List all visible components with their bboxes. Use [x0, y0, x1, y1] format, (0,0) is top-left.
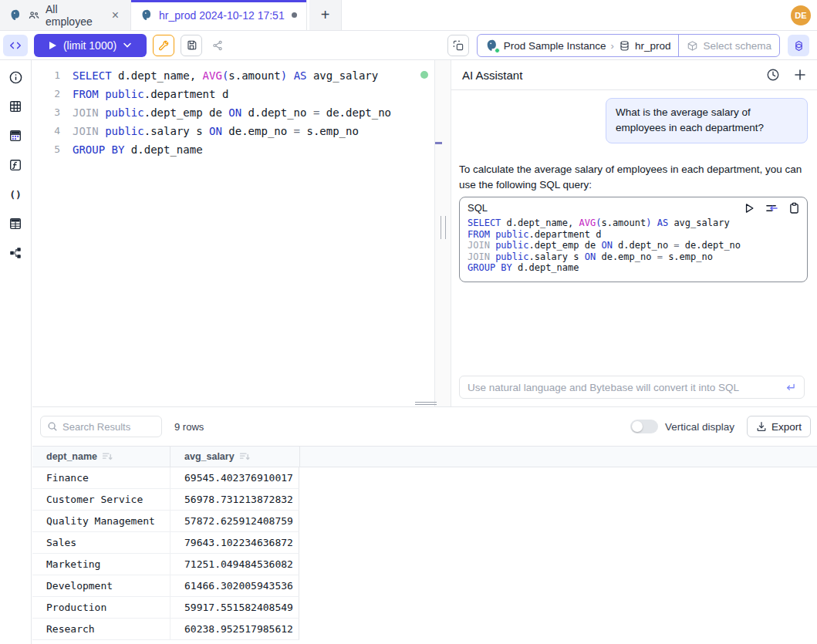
tab-all-employee[interactable]: All employee ×: [0, 0, 131, 30]
ai-assistant-toggle-button[interactable]: [788, 35, 809, 56]
cell-avg-salary: 71251.049484536082: [170, 554, 299, 575]
sql-card-header: SQL: [468, 202, 799, 214]
table-row[interactable]: Finance 69545.402376910017: [32, 467, 817, 489]
tab-hr-prod[interactable]: hr_prod 2024-10-12 17:51: [131, 0, 307, 30]
table-row[interactable]: Sales 79643.102234636872: [32, 532, 817, 554]
cell-dept-name: Quality Management: [32, 511, 170, 532]
table-row[interactable]: Customer Service 56978.731213872832: [32, 489, 817, 511]
cell-dept-name: Marketing: [32, 554, 170, 575]
database-icon: [619, 40, 630, 52]
export-button-label: Export: [771, 421, 802, 433]
download-icon: [756, 421, 767, 432]
scrollbar-cursor-marker: [435, 142, 442, 144]
play-icon: [49, 42, 56, 49]
sidebar-item-tables[interactable]: [5, 96, 26, 117]
chevron-down-icon: [123, 42, 131, 48]
left-sidebar: (): [0, 60, 32, 644]
run-button-label: (limit 1000): [63, 39, 116, 52]
unsaved-indicator-dot: [292, 12, 297, 18]
line-number: 3: [32, 103, 60, 122]
tab-label: hr_prod 2024-10-12 17:51: [159, 9, 285, 22]
admin-wrench-button[interactable]: [153, 35, 174, 56]
sidebar-item-schema-diagram[interactable]: [5, 242, 26, 264]
user-avatar[interactable]: DE: [791, 5, 811, 25]
save-button[interactable]: [181, 35, 202, 56]
search-icon: [47, 421, 58, 432]
assistant-intro-text: To calculate the average salary of emplo…: [459, 162, 808, 194]
sidebar-item-functions[interactable]: [5, 154, 26, 176]
user-message-bubble: What is the average salary of employees …: [606, 98, 808, 143]
code-panel-button[interactable]: [3, 35, 28, 56]
sidebar-item-info[interactable]: [5, 66, 26, 88]
ai-prompt-bar: [459, 376, 805, 399]
line-number: 4: [32, 122, 60, 140]
database-name: hr_prod: [635, 40, 671, 52]
vertical-display-toggle[interactable]: [630, 420, 658, 433]
table-row[interactable]: Research 60238.952517985612: [32, 619, 817, 640]
cell-dept-name: Finance: [32, 467, 170, 489]
table-data-icon: [8, 129, 22, 143]
insert-code-button[interactable]: [765, 203, 778, 214]
sidebar-item-views[interactable]: [5, 213, 26, 234]
share-button[interactable]: [207, 35, 228, 56]
clock-icon: [766, 68, 780, 82]
copy-code-button[interactable]: [789, 202, 799, 214]
sort-icon: [239, 452, 250, 461]
cell-dept-name: Research: [32, 619, 170, 640]
history-button[interactable]: [766, 68, 780, 82]
batch-query-icon: [452, 39, 464, 52]
column-header-filler: [299, 447, 817, 467]
insert-lines-icon: [765, 203, 778, 214]
connection-instance-selector[interactable]: Prod Sample Instance › hr_prod: [478, 35, 679, 56]
line-number: 5: [32, 140, 60, 159]
table-row[interactable]: Production 59917.551582408549: [32, 597, 817, 619]
table-row[interactable]: Quality Management 57872.625912408759: [32, 511, 817, 532]
sql-editor[interactable]: 1 2 3 4 5 SELECT d.dept_name, AVG(s.amou…: [32, 60, 434, 406]
drag-handle-icon[interactable]: [441, 216, 446, 239]
tab-bar: All employee × hr_prod 2024-10-12 17:51 …: [0, 0, 817, 31]
batch-mode-button[interactable]: [447, 35, 469, 56]
submit-prompt-button[interactable]: [784, 383, 796, 393]
cell-avg-salary: 61466.302005943536: [170, 575, 299, 597]
export-button[interactable]: Export: [747, 416, 811, 437]
sidebar-item-procedures[interactable]: (): [5, 184, 26, 205]
table-row[interactable]: Development 61466.302005943536: [32, 575, 817, 597]
search-results-input[interactable]: [62, 421, 155, 433]
column-header-avg-salary[interactable]: avg_salary: [170, 447, 299, 467]
ai-assistant-header: AI Assistant: [451, 60, 817, 90]
share-icon: [211, 39, 224, 52]
editor-body: 1 2 3 4 5 SELECT d.dept_name, AVG(s.amou…: [32, 66, 434, 159]
toolbar-right-group: Prod Sample Instance › hr_prod Select sc…: [447, 34, 809, 57]
postgres-icon: [140, 8, 154, 22]
close-icon[interactable]: ×: [110, 8, 121, 23]
new-chat-button[interactable]: [794, 69, 806, 81]
line-number-gutter: 1 2 3 4 5: [32, 66, 60, 159]
new-tab-button[interactable]: +: [309, 0, 342, 30]
editor-code[interactable]: SELECT d.dept_name, AVG(s.amount) AS avg…: [73, 66, 391, 159]
sidebar-item-table-data[interactable]: [5, 125, 26, 147]
run-query-button[interactable]: (limit 1000): [34, 34, 147, 57]
table-row[interactable]: Marketing 71251.049484536082: [32, 554, 817, 575]
vertical-display-label: Vertical display: [665, 421, 734, 433]
panel-resizer-horizontal[interactable]: [415, 401, 437, 406]
postgres-icon: [9, 8, 22, 22]
ai-assistant-panel: AI Assistant What is the average salary …: [451, 60, 817, 406]
editor-toolbar: (limit 1000) Prod Sample Instance: [0, 31, 817, 60]
panel-resizer-vertical[interactable]: [434, 60, 451, 406]
connection-bar: Prod Sample Instance › hr_prod Select sc…: [477, 34, 780, 57]
wrench-icon: [157, 39, 170, 52]
cell-avg-salary: 56978.731213872832: [170, 489, 299, 511]
instance-status-dot: [495, 48, 500, 53]
cell-dept-name: Sales: [32, 532, 170, 554]
schema-selector[interactable]: Select schema: [678, 35, 779, 56]
schema-diagram-icon: [8, 246, 22, 260]
column-label: dept_name: [46, 451, 97, 462]
cell-avg-salary: 69545.402376910017: [170, 467, 299, 489]
run-code-button[interactable]: [744, 203, 755, 214]
code-icon: [9, 40, 22, 51]
sql-editor-app: All employee × hr_prod 2024-10-12 17:51 …: [0, 0, 817, 644]
cell-avg-salary: 59917.551582408549: [170, 597, 299, 619]
column-header-dept-name[interactable]: dept_name: [32, 447, 170, 467]
play-outline-icon: [744, 203, 755, 214]
ai-prompt-input[interactable]: [468, 382, 784, 393]
